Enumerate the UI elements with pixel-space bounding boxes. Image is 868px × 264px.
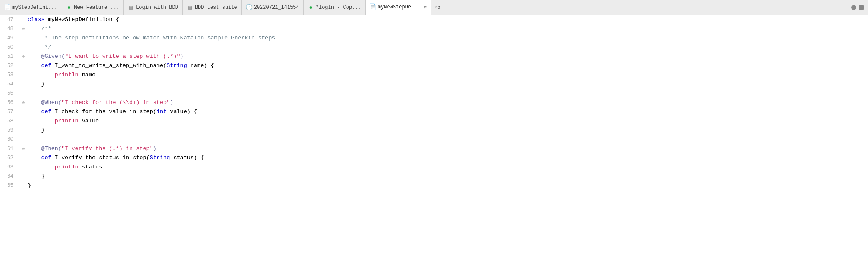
line-number: 60 bbox=[0, 135, 20, 144]
line-number: 61 bbox=[0, 144, 20, 153]
window-controls: — □ bbox=[847, 0, 868, 15]
overflow-count: 3 bbox=[437, 5, 440, 10]
line-number: 58 bbox=[0, 116, 20, 126]
tab-login-copy[interactable]: ● *logIn - Cop... bbox=[304, 0, 366, 15]
tab-label: BDD test suite bbox=[195, 5, 237, 10]
tab-timestamp[interactable]: 🕐 20220721_141554 bbox=[242, 0, 304, 15]
collapse-gutter[interactable]: ⊖ bbox=[20, 144, 27, 153]
line-content: println value bbox=[27, 116, 868, 126]
line-number: 49 bbox=[0, 34, 20, 43]
line-content: @When("I check for the (\\d+) in step") bbox=[27, 98, 868, 107]
line-47: 47 class myNewStepDefinition { bbox=[0, 15, 868, 24]
split-icon[interactable]: ⇄ bbox=[424, 4, 427, 10]
tab-label: Login with BDD bbox=[136, 5, 178, 10]
line-content: } bbox=[27, 126, 868, 135]
code-lines: 47 class myNewStepDefinition { 48 ⊖ /** … bbox=[0, 15, 868, 190]
tab-new-feature[interactable]: ● New Feature ... bbox=[62, 0, 124, 15]
line-content: def I_check_for_the_value_in_step(int va… bbox=[27, 107, 868, 116]
line-50: 50 */ bbox=[0, 43, 868, 52]
line-61: 61 ⊖ @Then("I verify the (.*) in step") bbox=[0, 144, 868, 153]
line-content: println status bbox=[27, 163, 868, 172]
grid-icon: ▦ bbox=[128, 5, 134, 10]
line-65: 65 } bbox=[0, 181, 868, 190]
line-number: 50 bbox=[0, 43, 20, 52]
line-number: 48 bbox=[0, 24, 20, 34]
grid-icon-2: ▦ bbox=[187, 5, 193, 10]
line-number: 54 bbox=[0, 80, 20, 89]
tab-overflow[interactable]: » 3 bbox=[431, 0, 444, 15]
line-number: 65 bbox=[0, 181, 20, 190]
line-number: 52 bbox=[0, 61, 20, 70]
tab-label: 20220721_141554 bbox=[254, 5, 299, 10]
line-number: 63 bbox=[0, 163, 20, 172]
collapse-gutter[interactable]: ⊖ bbox=[20, 24, 27, 34]
line-content: } bbox=[27, 172, 868, 181]
line-number: 51 bbox=[0, 52, 20, 61]
tab-bdd-suite[interactable]: ▦ BDD test suite bbox=[183, 0, 242, 15]
line-content: println name bbox=[27, 70, 868, 80]
line-53: 53 println name bbox=[0, 70, 868, 80]
line-60: 60 bbox=[0, 135, 868, 144]
line-number: 62 bbox=[0, 153, 20, 163]
doc-icon-2: 📄 bbox=[370, 4, 376, 10]
line-49: 49 * The step definitions below match wi… bbox=[0, 34, 868, 43]
line-content: */ bbox=[27, 43, 868, 52]
line-number: 64 bbox=[0, 172, 20, 181]
feature-icon: ● bbox=[66, 5, 72, 10]
line-number: 47 bbox=[0, 15, 20, 24]
line-content bbox=[27, 135, 868, 144]
collapse-gutter[interactable]: ⊖ bbox=[20, 52, 27, 61]
tab-label: myNewStepDe... bbox=[378, 4, 420, 10]
collapse-gutter[interactable]: ⊖ bbox=[20, 98, 27, 107]
line-64: 64 } bbox=[0, 172, 868, 181]
line-content: /** bbox=[27, 24, 868, 34]
line-54: 54 } bbox=[0, 80, 868, 89]
tab-label: myStepDefini... bbox=[12, 5, 57, 10]
line-number: 57 bbox=[0, 107, 20, 116]
tab-mystepdefinition[interactable]: 📄 myStepDefini... bbox=[0, 0, 62, 15]
line-58: 58 println value bbox=[0, 116, 868, 126]
line-62: 62 def I_verify_the_status_in_step(Strin… bbox=[0, 153, 868, 163]
line-number: 59 bbox=[0, 126, 20, 135]
feature-icon-2: ● bbox=[308, 5, 314, 10]
line-content: @Then("I verify the (.*) in step") bbox=[27, 144, 868, 153]
line-number: 53 bbox=[0, 70, 20, 80]
line-content: } bbox=[27, 80, 868, 89]
overflow-label: » bbox=[435, 5, 438, 10]
tab-mynewstepdef[interactable]: 📄 myNewStepDe... ⇄ bbox=[366, 0, 431, 15]
time-icon: 🕐 bbox=[246, 5, 252, 10]
tab-label: New Feature ... bbox=[74, 5, 119, 10]
line-content: * The step definitions below match with … bbox=[27, 34, 868, 43]
line-59: 59 } bbox=[0, 126, 868, 135]
line-content: } bbox=[27, 181, 868, 190]
line-57: 57 def I_check_for_the_value_in_step(int… bbox=[0, 107, 868, 116]
line-number: 55 bbox=[0, 89, 20, 98]
line-48: 48 ⊖ /** bbox=[0, 24, 868, 34]
line-content: def I_verify_the_status_in_step(String s… bbox=[27, 153, 868, 163]
code-editor[interactable]: 47 class myNewStepDefinition { 48 ⊖ /** … bbox=[0, 15, 868, 264]
doc-icon: 📄 bbox=[4, 5, 10, 10]
line-content: class myNewStepDefinition { bbox=[27, 15, 868, 24]
line-content: @Given("I want to write a step with (.*)… bbox=[27, 52, 868, 61]
line-56: 56 ⊖ @When("I check for the (\\d+) in st… bbox=[0, 98, 868, 107]
tab-bar: 📄 myStepDefini... ● New Feature ... ▦ Lo… bbox=[0, 0, 868, 15]
minimize-button[interactable]: — bbox=[851, 5, 856, 10]
line-63: 63 println status bbox=[0, 163, 868, 172]
line-51: 51 ⊖ @Given("I want to write a step with… bbox=[0, 52, 868, 61]
tab-label: *logIn - Cop... bbox=[316, 5, 361, 10]
maximize-button[interactable]: □ bbox=[859, 5, 864, 10]
line-52: 52 def I_want_to_write_a_step_with_name(… bbox=[0, 61, 868, 70]
line-55: 55 bbox=[0, 89, 868, 98]
tab-login-bdd[interactable]: ▦ Login with BDD bbox=[124, 0, 183, 15]
line-content bbox=[27, 89, 868, 98]
line-number: 56 bbox=[0, 98, 20, 107]
line-content: def I_want_to_write_a_step_with_name(Str… bbox=[27, 61, 868, 70]
